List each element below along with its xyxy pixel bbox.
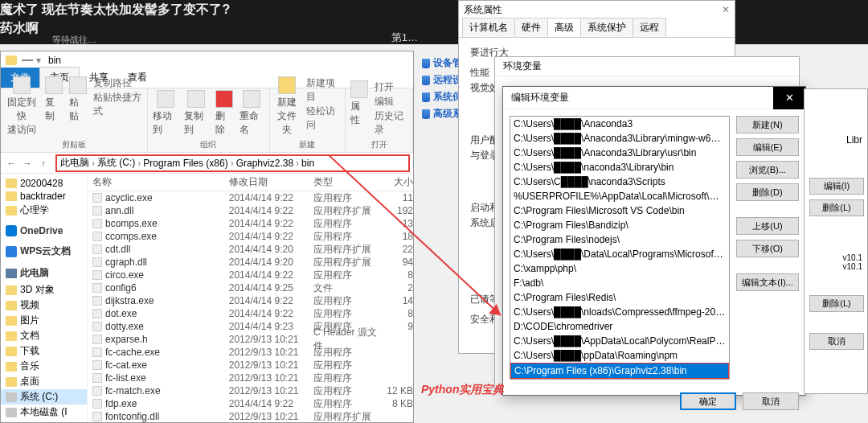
paste-shortcut-button[interactable]: 粘贴快捷方式 <box>93 91 142 118</box>
delete-button[interactable]: 删除 <box>215 90 233 137</box>
file-row[interactable]: dijkstra.exe2014/4/14 9:22应用程序14 <box>88 294 413 307</box>
file-row[interactable]: config62014/4/14 9:25文件2 <box>88 281 413 294</box>
file-row[interactable]: fc-list.exe2012/9/13 10:21应用程序 <box>88 372 413 384</box>
close-button[interactable]: ✕ <box>773 87 805 109</box>
path-entry[interactable]: C:\Users\████\naconda3\Library\bin <box>510 160 729 175</box>
sidebar-item[interactable]: 文档 <box>1 328 87 343</box>
qat-down-icon[interactable]: ▾ <box>36 55 41 66</box>
sidebar-item[interactable]: 音乐 <box>1 359 87 374</box>
file-row[interactable]: cdt.dll2014/4/14 9:20应用程序扩展22 <box>88 243 413 256</box>
sidebar-item[interactable]: 图片 <box>1 313 87 328</box>
file-row[interactable]: exparse.h2012/9/13 10:21C Header 源文件 <box>88 333 413 346</box>
edit-button[interactable]: 编辑(I) <box>809 178 864 195</box>
tab-advanced[interactable]: 高级 <box>547 18 581 37</box>
file-row[interactable]: ccomps.exe2014/4/14 9:22应用程序18 <box>88 230 413 243</box>
path-entry[interactable]: F:\adb\ <box>510 276 729 290</box>
close-icon[interactable]: ✕ <box>722 4 730 15</box>
edit-button[interactable]: 编辑(E) <box>736 138 799 156</box>
new-button[interactable]: 新建(N) <box>736 116 799 133</box>
editvar-titlebar[interactable]: 编辑环境变量 ✕ <box>503 87 805 109</box>
column-headers[interactable]: 名称 修改日期 类型 大小 <box>88 174 413 191</box>
browse-button[interactable]: 浏览(B)... <box>736 161 799 179</box>
path-entry[interactable]: C:\Program Files\nodejs\ <box>510 232 729 247</box>
path-entry[interactable]: C:\Users\████\Anaconda3\Library\usr\bin <box>510 146 729 160</box>
path-entry[interactable]: C:\Users\C████\naconda3\Scripts <box>510 175 729 189</box>
copy-path-button[interactable]: 复制路径 <box>93 76 142 90</box>
sidebar-item[interactable]: 桌面 <box>1 374 87 389</box>
sidebar-item[interactable]: 视频 <box>1 298 87 313</box>
movedown-button[interactable]: 下移(O) <box>736 240 799 257</box>
sidebar-item[interactable]: backtrader <box>1 190 87 203</box>
history-button[interactable]: 历史记录 <box>375 109 407 137</box>
back-button[interactable]: ← <box>4 156 18 170</box>
remote-settings-link[interactable]: 远程设 <box>422 72 462 88</box>
path-entry[interactable]: C:\Users\████\Anaconda3\Library\mingw-w6… <box>510 131 729 146</box>
tab-remote[interactable]: 远程 <box>633 18 666 37</box>
properties-button[interactable]: 属性 <box>350 80 368 137</box>
path-entry[interactable]: C:\Users\████\ppData\Roaming\npm <box>510 348 729 363</box>
ok-button[interactable]: 确定 <box>680 392 736 410</box>
path-entry[interactable]: C:\Users\████\Data\Local\Programs\Micros… <box>510 247 729 261</box>
sidebar-onedrive[interactable]: OneDrive <box>1 223 87 239</box>
path-entry[interactable]: C:\Program Files (x86)\Graphviz2.38\bin <box>510 363 729 379</box>
file-row[interactable]: fontconfig.dll2012/9/13 10:21应用程序扩展 <box>88 410 413 422</box>
tab-hardware[interactable]: 硬件 <box>514 18 548 37</box>
delete-button[interactable]: 删除(L) <box>809 199 864 216</box>
sidebar-item[interactable]: 心理学 <box>1 203 87 218</box>
breadcrumb-item[interactable]: 此电脑 <box>60 156 89 170</box>
sysprops-titlebar[interactable]: 系统属性✕ <box>459 1 735 18</box>
forward-button[interactable]: → <box>20 156 35 170</box>
new-item-button[interactable]: 新建项目 <box>306 76 340 104</box>
edittext-button[interactable]: 编辑文本(I)... <box>736 273 799 291</box>
path-entry[interactable]: C:\Users\████\AppData\Local\Polycom\Real… <box>510 334 729 348</box>
path-entry[interactable]: C:\Program Files\Redis\ <box>510 290 729 305</box>
envvar-titlebar[interactable]: 环境变量 <box>495 57 799 76</box>
breadcrumb-item[interactable]: 系统 (C:) <box>97 156 135 170</box>
cancel-button[interactable]: 取消 <box>743 392 799 410</box>
sidebar-item[interactable]: 下载 <box>1 343 87 359</box>
breadcrumb[interactable]: 此电脑› 系统 (C:)› Program Files (x86)› Graph… <box>55 154 410 172</box>
edit-button[interactable]: 编辑 <box>375 95 407 109</box>
paste-button[interactable]: 粘贴 <box>69 76 87 137</box>
sidebar-drive[interactable]: 游戏 (E:) <box>1 420 87 422</box>
moveto-button[interactable]: 移动到 <box>153 90 178 137</box>
sidebar-wps[interactable]: WPS云文档 <box>1 242 87 261</box>
moveup-button[interactable]: 上移(U) <box>736 217 799 235</box>
breadcrumb-item[interactable]: bin <box>301 158 314 169</box>
sidebar-drive-c[interactable]: 系统 (C:) <box>1 389 87 405</box>
file-row[interactable]: cgraph.dll2014/4/14 9:20应用程序扩展94 <box>88 256 413 269</box>
pin-quickaccess-button[interactable]: 固定到快 速访问 <box>6 76 39 137</box>
sidebar-item[interactable]: 20200428 <box>1 177 87 190</box>
file-row[interactable]: bcomps.exe2014/4/14 9:22应用程序13 <box>88 217 413 230</box>
file-row[interactable]: fc-cat.exe2012/9/13 10:21应用程序 <box>88 359 413 372</box>
advanced-system-link[interactable]: 高级系 <box>422 105 462 122</box>
path-entry[interactable]: C:\Program Files\Bandizip\ <box>510 218 729 232</box>
tab-computername[interactable]: 计算机名 <box>462 18 515 37</box>
file-row[interactable]: circo.exe2014/4/14 9:22应用程序8 <box>88 269 413 281</box>
copyto-button[interactable]: 复制到 <box>184 90 209 137</box>
breadcrumb-item[interactable]: Graphviz2.38 <box>236 158 293 169</box>
path-entry[interactable]: C:\Program Files\Microsoft VS Code\bin <box>510 203 729 218</box>
file-row[interactable]: ann.dll2014/4/14 9:22应用程序扩展192 <box>88 204 413 217</box>
sidebar-thispc[interactable]: 此电脑 <box>1 264 87 282</box>
path-entry[interactable]: C:\xampp\php\ <box>510 261 729 276</box>
file-row[interactable]: dot.exe2014/4/14 9:22应用程序8 <box>88 307 413 320</box>
path-entry[interactable]: %USERPROFILE%\AppData\Local\Microsoft\Wi… <box>510 189 729 203</box>
system-protection-link[interactable]: 系统保 <box>422 88 462 105</box>
device-manager-link[interactable]: 设备管 <box>422 55 462 72</box>
breadcrumb-item[interactable]: Program Files (x86) <box>143 158 227 169</box>
file-row[interactable]: fc-match.exe2012/9/13 10:21应用程序12 KB <box>88 384 413 397</box>
sidebar-drive[interactable]: 本地磁盘 (I <box>1 405 87 420</box>
path-entry[interactable]: C:\Users\████\nloads\Compressed\ffmpeg-2… <box>510 305 729 319</box>
rename-button[interactable]: 重命名 <box>240 90 264 137</box>
delete-button-2[interactable]: 删除(L) <box>809 295 864 312</box>
sidebar-item[interactable]: 3D 对象 <box>1 282 87 298</box>
path-entry[interactable]: D:\CODE\chromedriver <box>510 319 729 334</box>
open-button[interactable]: 打开 <box>375 80 407 94</box>
tab-protection[interactable]: 系统保护 <box>580 18 633 37</box>
file-row[interactable]: fdp.exe2014/4/14 9:22应用程序8 KB <box>88 397 413 410</box>
file-row[interactable]: acyclic.exe2014/4/14 9:22应用程序11 <box>88 191 413 204</box>
cancel-button[interactable]: 取消 <box>809 333 864 350</box>
copy-button[interactable]: 复制 <box>45 76 63 137</box>
file-row[interactable]: fc-cache.exe2012/9/13 10:21应用程序 <box>88 346 413 359</box>
